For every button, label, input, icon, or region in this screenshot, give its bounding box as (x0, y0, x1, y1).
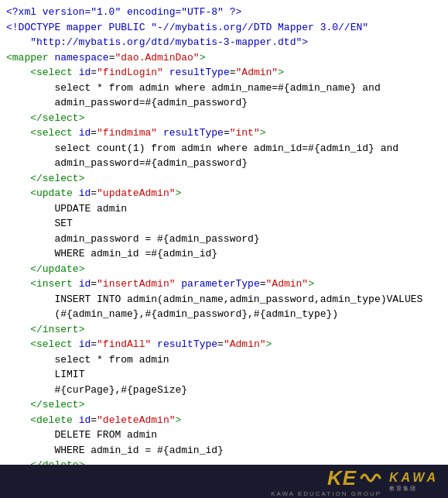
line-21: (#{admin_name},#{admin_password},#{admin… (6, 307, 442, 322)
line-17: WHERE admin_id =#{admin_id} (6, 246, 442, 262)
kec-logo: KE (327, 466, 357, 490)
line-28: <delete id="deleteAdmin"> (6, 413, 442, 428)
line-23: <select id="findAll" resultType="Admin"> (6, 337, 442, 352)
brand-text-container: KAWA 教育集团 (389, 471, 439, 493)
line-25: LIMIT (6, 367, 442, 383)
line-10: select count(1) from admin where admin_i… (6, 141, 442, 156)
line-16: admin_password = #{admin_password} (6, 232, 442, 247)
line-11: admin_password=#{admin_password} (6, 156, 442, 171)
line-5: <select id="findLogin" resultType="Admin… (6, 65, 442, 81)
footer-bar: KE KAWA EDUCATION GROUP KAWA 教育集团 (0, 465, 448, 498)
line-20: INSERT INTO admin(admin_name,admin_passw… (6, 292, 442, 307)
line-18: </update> (6, 262, 442, 277)
line-15: SET (6, 216, 442, 232)
line-2: <!DOCTYPE mapper PUBLIC "-//mybatis.org/… (6, 20, 442, 36)
line-8: </select> (6, 111, 442, 126)
line-9: <select id="findmima" resultType="int"> (6, 125, 442, 141)
line-12: </select> (6, 171, 442, 187)
logo-container: KE KAWA EDUCATION GROUP (271, 466, 381, 497)
logo-wave-icon (360, 468, 381, 488)
line-6: select * from admin where admin_name=#{a… (6, 81, 442, 96)
line-27: </select> (6, 397, 442, 413)
kawa-brand: KAWA (389, 471, 439, 485)
line-26: #{curPage},#{pageSize} (6, 383, 442, 398)
line-29: DELETE FROM admin (6, 428, 442, 443)
code-editor: <?xml version="1.0" encoding="UTF-8" ?> … (0, 0, 448, 465)
line-7: admin_password=#{admin_password} (6, 95, 442, 111)
line-3: "http://mybatis.org/dtd/mybatis-3-mapper… (6, 35, 442, 50)
line-31: </delete> (6, 458, 442, 465)
line-19: <insert id="insertAdmin" parameterType="… (6, 276, 442, 292)
line-13: <update id="updateAdmin"> (6, 186, 442, 201)
line-22: </insert> (6, 322, 442, 338)
kawa-education-label: KAWA EDUCATION GROUP (271, 490, 381, 497)
line-30: WHERE admin_id = #{admin_id} (6, 443, 442, 459)
line-1: <?xml version="1.0" encoding="UTF-8" ?> (6, 5, 442, 20)
line-24: select * from admin (6, 352, 442, 368)
line-14: UPDATE admin (6, 201, 442, 217)
education-group-label: 教育集团 (389, 485, 417, 493)
line-4: <mapper namespace="dao.AdminDao"> (6, 50, 442, 66)
